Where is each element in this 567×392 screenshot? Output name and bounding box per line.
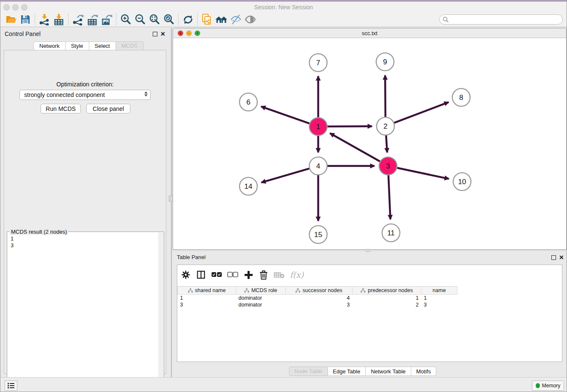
apply-function-icon: f(x) — [290, 269, 304, 280]
table-cell[interactable]: 3 — [178, 301, 236, 308]
table-cell[interactable]: 3 — [421, 301, 457, 308]
column-header-predecessor-nodes[interactable]: predecessor nodes — [352, 287, 421, 295]
edge-3-10[interactable] — [397, 168, 449, 179]
criterion-value: strongly connected component — [24, 91, 105, 98]
table-cell[interactable]: 1 — [178, 295, 236, 301]
application-window: Session: New Session — [0, 0, 567, 392]
panel-divider[interactable] — [171, 28, 172, 377]
table-row[interactable]: 3dominator323 — [178, 301, 457, 308]
edge-2-8[interactable] — [394, 102, 449, 123]
add-column-icon[interactable] — [243, 269, 253, 280]
tab-node-table[interactable]: Node Table — [289, 367, 328, 376]
svg-text:9: 9 — [383, 58, 387, 66]
table-cell[interactable]: 1 — [421, 295, 457, 301]
search-field[interactable] — [439, 14, 563, 25]
open-session-icon[interactable] — [4, 13, 18, 26]
criterion-dropdown[interactable]: strongly connected component — [19, 90, 151, 100]
tab-edge-table[interactable]: Edge Table — [328, 367, 366, 376]
table-divider-grip[interactable] — [366, 249, 370, 252]
close-panel-icon[interactable]: ✕ — [160, 32, 165, 36]
delete-table-icon — [274, 269, 285, 280]
network-window-titlebar[interactable]: x − + scc.txt — [173, 28, 566, 38]
graph-node-10[interactable]: 10 — [453, 173, 471, 190]
task-history-button[interactable] — [5, 381, 17, 391]
toolbar-separator — [68, 14, 69, 25]
table-cell[interactable]: dominator — [236, 295, 286, 301]
close-panel-button[interactable]: Close panel — [86, 104, 130, 113]
table-row[interactable]: 1dominator411 — [178, 295, 457, 301]
zoom-out-icon[interactable] — [133, 13, 147, 26]
edge-2-9[interactable] — [385, 75, 385, 117]
deselect-all-rows-icon[interactable] — [227, 269, 238, 280]
edge-1-6[interactable] — [261, 107, 309, 124]
export-network-icon[interactable] — [71, 13, 85, 26]
edge-4-14[interactable] — [261, 168, 309, 182]
graph-node-6[interactable]: 6 — [239, 93, 257, 111]
clone-network-icon[interactable] — [200, 13, 214, 26]
table-cell[interactable]: dominator — [236, 301, 286, 308]
run-mcds-button[interactable]: Run MCDS — [41, 104, 81, 113]
svg-text:3: 3 — [386, 162, 390, 170]
column-header-shared-name[interactable]: shared name — [178, 287, 236, 295]
zoom-in-icon[interactable] — [118, 13, 133, 26]
table-cell[interactable]: 4 — [286, 295, 352, 301]
refresh-view-icon[interactable] — [181, 13, 195, 26]
graph-node-8[interactable]: 8 — [452, 88, 470, 106]
graph-node-4[interactable]: 4 — [309, 157, 327, 175]
export-image-icon[interactable] — [99, 13, 114, 26]
column-header-MCDS-role[interactable]: MCDS role — [236, 287, 286, 295]
memory-button[interactable]: Memory — [532, 381, 564, 391]
edge-3-11[interactable] — [388, 175, 391, 219]
select-all-rows-icon[interactable] — [211, 269, 222, 280]
close-table-panel-icon[interactable]: ✕ — [559, 255, 564, 260]
column-header-successor-nodes[interactable]: successor nodes — [286, 287, 352, 295]
control-panel-tabs: NetworkStyleSelectMCDS — [33, 41, 143, 50]
tab-network[interactable]: Network — [33, 41, 66, 50]
result-scrollbar[interactable] — [158, 232, 163, 389]
search-input[interactable] — [451, 16, 562, 23]
graph-node-7[interactable]: 7 — [309, 54, 327, 72]
delete-column-icon[interactable] — [259, 269, 269, 280]
tab-style[interactable]: Style — [66, 41, 89, 50]
graph-node-11[interactable]: 11 — [382, 224, 400, 242]
hide-panels-icon[interactable] — [228, 13, 243, 26]
zoom-selected-icon[interactable] — [162, 13, 176, 26]
tab-select[interactable]: Select — [89, 41, 116, 50]
graph-node-14[interactable]: 14 — [239, 177, 257, 195]
tab-motifs[interactable]: Motifs — [411, 367, 437, 376]
svg-text:6: 6 — [246, 98, 250, 106]
table-cell[interactable]: 2 — [352, 301, 421, 308]
reset-layout-icon[interactable] — [214, 13, 228, 26]
edge-1-2[interactable] — [328, 126, 372, 127]
table-cell[interactable]: 3 — [286, 301, 352, 308]
import-table-icon[interactable] — [52, 13, 66, 26]
graph-node-1[interactable]: 1 — [309, 118, 327, 135]
optimization-criterion-label: Optimization criterion: — [4, 81, 166, 88]
float-panel-icon[interactable] — [153, 32, 157, 36]
edge-3-1[interactable] — [330, 133, 380, 161]
save-session-icon[interactable] — [18, 13, 33, 26]
float-table-panel-icon[interactable] — [551, 255, 556, 260]
network-view-window[interactable]: x − + scc.txt 1234678910111415 — [173, 28, 567, 250]
graph-node-3[interactable]: 3 — [379, 157, 397, 175]
svg-text:15: 15 — [314, 231, 322, 239]
network-graph-canvas[interactable]: 1234678910111415 — [173, 38, 566, 250]
export-table-icon[interactable] — [85, 13, 99, 26]
import-network-icon[interactable] — [37, 13, 52, 26]
table-panel-title: Table Panel — [177, 254, 206, 260]
graph-node-9[interactable]: 9 — [376, 53, 394, 71]
column-header-name[interactable]: name — [421, 287, 457, 295]
tab-mcds[interactable]: MCDS — [116, 41, 143, 50]
table-cell[interactable]: 1 — [352, 295, 421, 301]
tab-network-table[interactable]: Network Table — [366, 367, 411, 376]
zoom-fit-icon[interactable] — [147, 13, 162, 26]
node-table[interactable]: shared nameMCDS rolesuccessor nodesprede… — [177, 286, 457, 308]
control-panel: Control Panel ✕ NetworkStyleSelectMCDS O… — [0, 28, 170, 377]
svg-text:11: 11 — [387, 229, 395, 237]
svg-text:4: 4 — [316, 162, 320, 170]
graph-node-2[interactable]: 2 — [377, 117, 394, 135]
graph-node-15[interactable]: 15 — [309, 226, 327, 243]
panel-layout-icon[interactable] — [196, 269, 206, 280]
column-settings-gear-icon[interactable] — [181, 269, 191, 280]
edge-2-3[interactable] — [386, 135, 387, 152]
